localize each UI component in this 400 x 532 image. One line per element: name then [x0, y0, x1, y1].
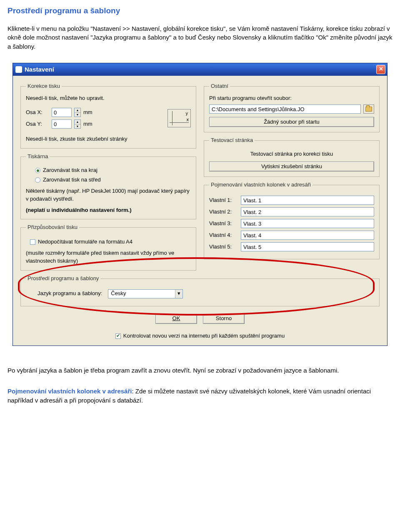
language-value: Česky	[111, 290, 126, 298]
osa-y-input[interactable]	[52, 119, 72, 129]
print-test-button[interactable]: Vytiskni zkušební stránku	[209, 162, 374, 172]
vlastni-3-label: Vlastní 3:	[209, 220, 238, 228]
vlastni-3-input[interactable]	[241, 219, 374, 228]
startup-file-input[interactable]	[209, 104, 361, 114]
axis-x-label: x	[187, 117, 189, 123]
chevron-down-icon: ▾	[175, 290, 182, 298]
vlastni-2-input[interactable]	[241, 207, 374, 216]
radio-label: Zarovnávat tisk na kraj	[43, 167, 98, 174]
page-title: Prostředí programu a šablony	[8, 5, 392, 17]
radio-icon	[35, 168, 40, 173]
osa-y-spinner[interactable]: ▲▼	[74, 119, 81, 129]
tiskarna-note-bold: (neplatí u individuálního nastavení form…	[26, 206, 191, 214]
close-icon[interactable]: ✕	[376, 65, 385, 74]
unit-mm-y: mm	[83, 120, 92, 128]
test-text: Testovací stránka pro korekci tisku	[209, 150, 374, 158]
korekce-note-bottom: Nesedí-li tisk, zkuste tisk zkušební str…	[26, 135, 191, 143]
vlastni-2-label: Vlastní 2:	[209, 208, 238, 216]
checkbox-updates-label: Kontrolovat novou verzi na internetu při…	[123, 332, 285, 340]
vlastni-5-input[interactable]	[241, 242, 374, 251]
language-select[interactable]: Česky ▾	[108, 289, 183, 298]
group-tiskarna: Tiskárna Zarovnávat tisk na kraj Zarovná…	[20, 153, 196, 219]
korekce-note-top: Nesedí-li tisk, můžete ho upravit.	[26, 94, 191, 102]
osa-x-label: Osa X:	[26, 109, 49, 117]
legend-env: Prostředí programu a šablony	[26, 275, 100, 283]
checkbox-check-updates[interactable]: ✔	[115, 333, 121, 339]
legend-tiskarna: Tiskárna	[26, 153, 50, 161]
dialog-body: Korekce tisku Nesedí-li tisk, můžete ho …	[13, 76, 387, 346]
app-icon	[15, 66, 22, 73]
legend-ostatni: Ostatní	[209, 82, 230, 90]
browse-button[interactable]	[363, 104, 374, 114]
radio-align-center[interactable]: Zarovnávat tisk na střed	[35, 176, 191, 184]
vlastni-4-input[interactable]	[241, 231, 374, 240]
legend-test: Testovací stránka	[209, 137, 255, 144]
radio-label: Zarovnávat tisk na střed	[43, 176, 101, 184]
group-ostatni: Ostatní Při startu programu otevřít soub…	[204, 82, 380, 133]
group-pojmenovani: Pojmenování vlastních kolonek v adresáři…	[204, 181, 380, 259]
checkbox-label: Nedopočítávat formuláře na formátu A4	[38, 238, 132, 246]
tiskarna-note: Některé tiskárny (např. HP DeskJet 1000)…	[26, 187, 191, 203]
vlastni-1-input[interactable]	[241, 196, 374, 205]
group-prostredi: Prostředí programu a šablony Jazyk progr…	[20, 275, 380, 306]
group-korekce-tisku: Korekce tisku Nesedí-li tisk, můžete ho …	[20, 82, 196, 149]
dialog-title: Nastavení	[25, 65, 376, 74]
osa-x-spinner[interactable]: ▲▼	[74, 108, 81, 117]
prizp-note: (musíte rozměry formuláře před tiskem na…	[26, 249, 191, 265]
ok-button[interactable]: OK	[155, 314, 197, 324]
vlastni-4-label: Vlastní 4:	[209, 231, 238, 239]
folder-icon	[365, 107, 372, 112]
group-test-page: Testovací stránka Testovací stránka pro …	[204, 137, 380, 177]
vlastni-1-label: Vlastní 1:	[209, 196, 238, 204]
open-file-label: Při startu programu otevřít soubor:	[209, 94, 374, 102]
cancel-button[interactable]: Storno	[203, 314, 245, 324]
radio-align-edge[interactable]: Zarovnávat tisk na kraj	[35, 167, 191, 174]
settings-dialog: Nastavení ✕ Korekce tisku Nesedí-li tisk…	[12, 63, 388, 346]
no-startup-file-button[interactable]: Žádný soubor při startu	[209, 117, 374, 127]
legend-prizp: Přizpůsobování tisku	[26, 224, 79, 231]
legend-korekce: Korekce tisku	[26, 82, 62, 90]
titlebar[interactable]: Nastavení ✕	[13, 63, 387, 76]
subsection-title: Pojmenování vlastních kolonek v adresáři	[8, 388, 132, 395]
legend-pojm: Pojmenování vlastních kolonek v adresáři	[209, 181, 312, 189]
osa-x-input[interactable]	[52, 108, 72, 117]
language-label: Jazyk programu a šablony:	[38, 290, 102, 298]
group-prizpusobovani: Přizpůsobování tisku Nedopočítávat formu…	[20, 224, 196, 270]
unit-mm-x: mm	[83, 109, 92, 117]
axis-diagram: y x	[168, 109, 191, 127]
vlastni-5-label: Vlastní 5:	[209, 243, 238, 251]
radio-icon	[35, 177, 40, 183]
outro-paragraph: Po vybrání jazyka a šablon je třeba prog…	[8, 366, 392, 375]
intro-paragraph: Kliknete-li v menu na položku "Nastavení…	[8, 24, 392, 51]
subsection: Pojmenování vlastních kolonek v adresáři…	[8, 387, 392, 405]
osa-y-label: Osa Y:	[26, 120, 49, 128]
checkbox-no-recalc[interactable]	[30, 239, 35, 245]
